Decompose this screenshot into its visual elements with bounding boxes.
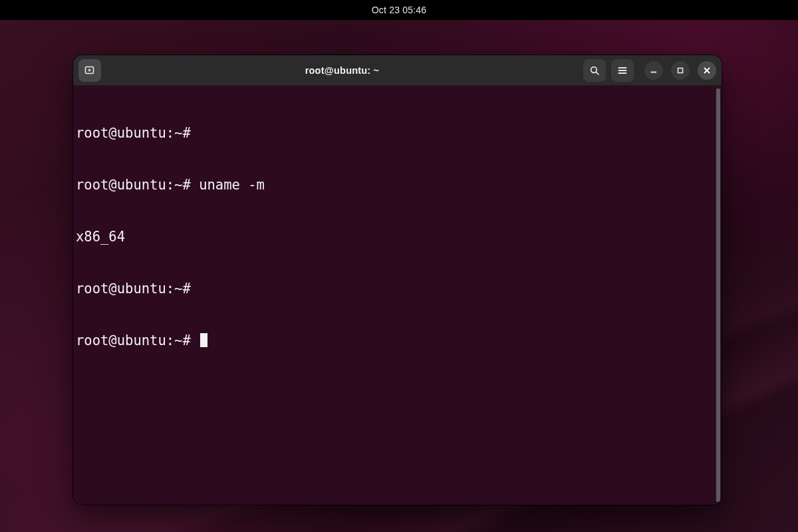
terminal-line: root@ubuntu:~#: [76, 332, 712, 349]
clock-text[interactable]: Oct 23 05:46: [372, 5, 427, 15]
terminal-content: root@ubuntu:~# root@ubuntu:~# uname -m x…: [76, 90, 712, 384]
window-title: root@ubuntu: ~: [105, 65, 579, 76]
terminal-window: root@ubuntu: ~: [73, 55, 722, 505]
new-tab-button[interactable]: [78, 59, 101, 82]
search-icon: [589, 65, 600, 76]
terminal-line: x86_64: [76, 228, 712, 245]
gnome-top-bar[interactable]: Oct 23 05:46: [0, 0, 798, 20]
terminal-line: root@ubuntu:~#: [76, 280, 712, 297]
new-tab-icon: [84, 65, 96, 76]
search-button[interactable]: [583, 59, 606, 82]
terminal-cursor: [200, 333, 207, 347]
svg-rect-9: [678, 68, 683, 72]
terminal-line: root@ubuntu:~#: [76, 124, 712, 142]
terminal-viewport[interactable]: root@ubuntu:~# root@ubuntu:~# uname -m x…: [73, 86, 714, 505]
minimize-button[interactable]: [644, 61, 663, 80]
hamburger-menu-icon: [617, 65, 628, 76]
menu-button[interactable]: [611, 59, 634, 82]
minimize-icon: [650, 66, 658, 74]
maximize-icon: [676, 66, 684, 74]
close-button[interactable]: [698, 61, 716, 80]
close-icon: [703, 66, 711, 74]
scrollbar-thumb[interactable]: [716, 88, 720, 502]
terminal-body[interactable]: root@ubuntu:~# root@ubuntu:~# uname -m x…: [73, 86, 722, 505]
terminal-scrollbar[interactable]: [714, 86, 722, 505]
window-titlebar: root@ubuntu: ~: [73, 55, 722, 86]
maximize-button[interactable]: [671, 61, 690, 80]
terminal-line: root@ubuntu:~# uname -m: [76, 176, 712, 194]
svg-line-4: [596, 72, 598, 74]
